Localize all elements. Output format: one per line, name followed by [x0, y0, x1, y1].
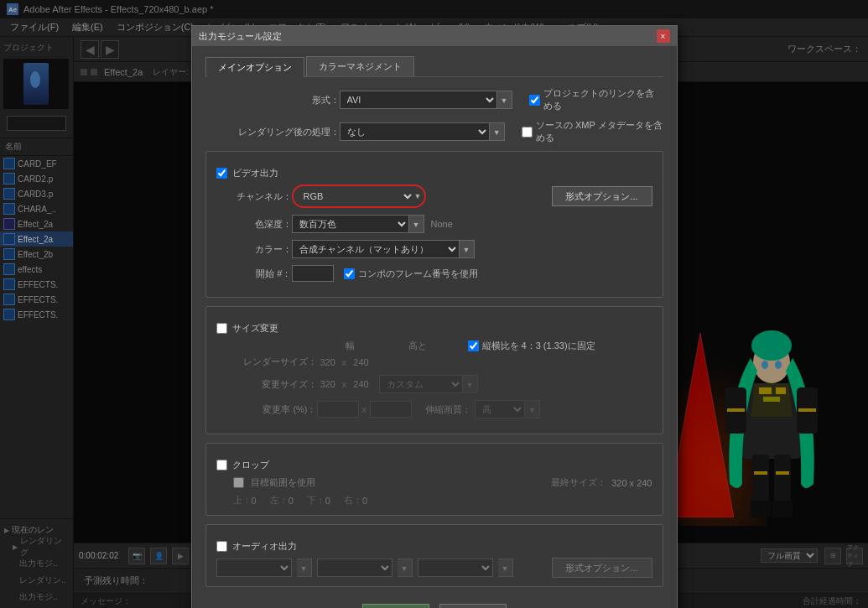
change-preset-select[interactable]: カスタム — [379, 375, 463, 393]
audio-output-header: オーディオ出力 — [216, 540, 652, 553]
channel-highlight: RGB ▼ — [292, 184, 427, 208]
change-size-row: 変更サイズ： 320 x 240 カスタム ▼ — [216, 375, 652, 393]
crop-header: クロップ — [216, 459, 652, 471]
comp-frame-checkbox[interactable] — [344, 268, 355, 279]
post-render-row: レンダリング後の処理： なし ▼ ソースの XMP メタデータを含める — [205, 119, 663, 144]
dialog-title: 出力モジュール設定 — [199, 30, 282, 43]
dialog-footer: OK キャンセル — [205, 595, 663, 608]
width-header: 幅 — [317, 340, 384, 352]
height-header: 高と — [384, 340, 451, 352]
comp-frame-row: コンポのフレーム番号を使用 — [340, 268, 478, 280]
bit-depth-arrow[interactable]: ▼ — [409, 215, 424, 233]
resize-quality-label: 伸縮画質： — [425, 403, 471, 416]
video-output-checkbox[interactable] — [216, 168, 227, 179]
change-w: 320 — [320, 379, 335, 389]
format-options-btn-container: 形式オプション... — [552, 186, 652, 206]
left-value: 0 — [288, 496, 294, 506]
change-size-label: 変更サイズ： — [216, 378, 317, 391]
change-sep: x — [342, 379, 347, 389]
video-output-header: ビデオ出力 — [216, 167, 652, 179]
dialog-titlebar: 出力モジュール設定 × — [192, 26, 677, 46]
start-label: 開始 #： — [216, 268, 292, 280]
audio-format-btn-container: 形式オプション... — [552, 558, 652, 578]
output-module-dialog: 出力モジュール設定 × メインオプション カラーマネジメント 形式： AVI ▼… — [191, 25, 678, 608]
channel-arrow[interactable]: ▼ — [414, 192, 422, 200]
resize-checkbox[interactable] — [216, 323, 227, 334]
include-project-label: プロジェクトのリンクを含める — [543, 87, 663, 112]
format-options-button[interactable]: 形式オプション... — [552, 186, 652, 206]
change-rate-h-input[interactable] — [370, 401, 412, 418]
aspect-lock-label: 縦横比を 4：3 (1.33)に固定 — [482, 340, 595, 352]
post-render-arrow[interactable]: ▼ — [490, 122, 505, 141]
aspect-lock-checkbox[interactable] — [468, 340, 479, 351]
color-arrow[interactable]: ▼ — [460, 240, 475, 258]
render-size-row: レンダーサイズ： 320 x 240 — [216, 356, 652, 368]
resize-label: サイズ変更 — [232, 322, 278, 335]
format-row: 形式： AVI ▼ プロジェクトのリンクを含める — [205, 87, 663, 112]
audio-output-label: オーディオ出力 — [232, 540, 297, 553]
right-value: 0 — [362, 496, 367, 506]
audio-depth-arrow[interactable]: ▼ — [398, 559, 413, 577]
change-rate-label: 変更率 (%)： — [216, 403, 317, 416]
include-xmp-label: ソースの XMP メタデータを含める — [536, 119, 663, 144]
render-sep: x — [342, 357, 347, 367]
audio-rate-select[interactable] — [216, 559, 292, 577]
bit-depth-row: 色深度： 数百万色 ▼ None — [216, 215, 652, 233]
final-size-value: 320 x 240 — [611, 478, 652, 488]
dialog-body: メインオプション カラーマネジメント 形式： AVI ▼ プロジェクトのリンクを… — [192, 46, 677, 608]
video-output-section: ビデオ出力 チャンネル： RGB ▼ 形式オプション... — [205, 151, 663, 298]
change-rate-row: 変更率 (%)： x 伸縮画質： 高 ▼ — [216, 400, 652, 418]
post-render-select[interactable]: なし — [340, 122, 490, 141]
top-label: 上： — [233, 494, 252, 507]
change-preset-arrow[interactable]: ▼ — [463, 375, 478, 393]
dialog-close-button[interactable]: × — [657, 29, 670, 43]
resize-quality-select[interactable]: 高 — [475, 400, 525, 418]
crop-checkbox[interactable] — [216, 460, 227, 470]
audio-channel-select[interactable] — [418, 559, 493, 577]
aspect-lock-row: 縦横比を 4：3 (1.33)に固定 — [465, 340, 595, 352]
include-project-row: プロジェクトのリンクを含める — [526, 87, 663, 112]
bottom-label: 下： — [307, 494, 325, 507]
channel-select[interactable]: RGB — [297, 187, 414, 205]
audio-rate-arrow[interactable]: ▼ — [297, 559, 312, 577]
resize-quality-arrow[interactable]: ▼ — [525, 400, 540, 418]
audio-channel-arrow[interactable]: ▼ — [498, 559, 513, 577]
dialog-tabs: メインオプション カラーマネジメント — [205, 56, 663, 77]
color-select[interactable]: 合成チャンネル（マットあり） — [292, 240, 460, 258]
tab-color-management[interactable]: カラーマネジメント — [306, 56, 414, 76]
start-frame-input[interactable] — [292, 265, 334, 282]
left-label: 左： — [270, 494, 288, 507]
format-select[interactable]: AVI — [340, 91, 497, 109]
crop-options-row: 目標範囲を使用 最終サイズ： 320 x 240 — [216, 476, 652, 489]
size-headers: 幅 高と 縦横比を 4：3 (1.33)に固定 — [216, 340, 652, 352]
change-h: 240 — [353, 379, 368, 389]
resize-section: サイズ変更 幅 高と 縦横比を 4：3 (1.33)に固定 レンダーサイズ： 3… — [205, 306, 663, 434]
render-h: 240 — [353, 357, 368, 367]
audio-output-section: オーディオ出力 ▼ ▼ ▼ 形式オプション... — [205, 524, 663, 587]
format-select-arrow[interactable]: ▼ — [497, 91, 512, 109]
tab-main-options[interactable]: メインオプション — [205, 57, 304, 77]
bottom-value: 0 — [325, 496, 330, 506]
change-rate-w-input[interactable] — [317, 401, 359, 418]
right-label: 右： — [344, 494, 362, 507]
use-roi-checkbox[interactable] — [233, 477, 244, 488]
color-row: カラー： 合成チャンネル（マットあり） ▼ — [216, 240, 652, 258]
include-xmp-checkbox[interactable] — [522, 127, 533, 138]
bit-depth-label: 色深度： — [216, 218, 292, 231]
audio-output-checkbox[interactable] — [216, 541, 227, 552]
include-project-checkbox[interactable] — [529, 95, 540, 106]
render-w: 320 — [320, 357, 335, 367]
start-frame-row: 開始 #： コンポのフレーム番号を使用 — [216, 265, 652, 282]
include-xmp-row: ソースの XMP メタデータを含める — [518, 119, 663, 144]
audio-format-options-button[interactable]: 形式オプション... — [552, 558, 652, 578]
audio-controls-row: ▼ ▼ ▼ 形式オプション... — [216, 558, 652, 578]
rate-sep: x — [362, 404, 367, 414]
cancel-button[interactable]: キャンセル — [439, 604, 507, 608]
audio-depth-select[interactable] — [317, 559, 392, 577]
bit-depth-select[interactable]: 数百万色 — [292, 215, 409, 233]
color-label: カラー： — [216, 243, 292, 256]
channel-label: チャンネル： — [216, 190, 292, 203]
ok-button[interactable]: OK — [362, 604, 429, 608]
dialog-overlay: 出力モジュール設定 × メインオプション カラーマネジメント 形式： AVI ▼… — [0, 0, 868, 608]
resize-header: サイズ変更 — [216, 322, 652, 335]
